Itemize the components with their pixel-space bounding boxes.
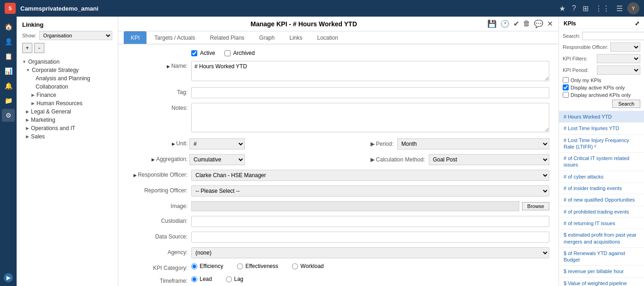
timeframe-lead: Lead [191, 276, 212, 282]
kpi-list-item[interactable]: # Lost Time Injuries YTD [559, 123, 644, 134]
grid-icon[interactable]: ⊞ [583, 4, 589, 13]
reporting-officer-select[interactable]: -- Please Select -- [191, 185, 549, 197]
show-select[interactable]: Organisation [39, 31, 112, 40]
tree-item-finance[interactable]: ▶ Finance [17, 91, 118, 99]
kpi-panel-expand-icon[interactable]: ⤢ [635, 20, 639, 27]
efficiency-radio[interactable] [191, 263, 197, 269]
user-avatar[interactable]: Y [627, 2, 639, 14]
tab-targets-actuals[interactable]: Targets / Actuals [147, 31, 202, 44]
timeframe-control: Lead Lag [191, 276, 549, 282]
unit-select[interactable]: # [189, 138, 245, 149]
kpi-panel-title: KPIs [564, 20, 576, 27]
add-button[interactable]: + [22, 43, 32, 53]
nav-chart-icon[interactable]: 📊 [2, 65, 15, 77]
tree-item-collaboration[interactable]: Collaboration [17, 83, 118, 91]
kpi-list-item[interactable]: $ revenue per billable hour [559, 266, 644, 277]
browse-button[interactable]: Browse [522, 202, 549, 210]
tree-item-legal-general[interactable]: ▶ Legal & General [17, 107, 118, 116]
only-my-kpis-checkbox[interactable] [563, 77, 569, 83]
nav-list-icon[interactable]: 📋 [2, 50, 15, 63]
workload-radio[interactable] [292, 263, 298, 269]
tree-item-analysis-planning[interactable]: Analysis and Planning [17, 74, 118, 83]
kpi-list-item[interactable]: # of Critical IT system related issues [559, 153, 644, 171]
custodian-input[interactable] [191, 216, 549, 227]
nav-bell-icon[interactable]: 🔔 [2, 79, 15, 92]
period-select[interactable]: Month [397, 138, 549, 149]
delete-icon[interactable]: 🗑 [523, 19, 530, 28]
kpi-list-item[interactable]: # of new qualified Opportunities [559, 194, 644, 206]
efficiency-label: Efficiency [200, 263, 223, 269]
history-icon[interactable]: 🕐 [500, 19, 510, 28]
left-nav: 🏠 👤 📋 📊 🔔 📁 ⚙ ▶ [0, 17, 17, 286]
kpi-period-select[interactable] [597, 66, 640, 75]
remove-button[interactable]: - [34, 43, 44, 53]
archived-checkbox[interactable] [225, 50, 231, 56]
kpi-search-button[interactable]: Search [612, 100, 640, 108]
tree-item-human-resources[interactable]: ▶ Human Resources [17, 99, 118, 107]
help-icon[interactable]: ? [572, 4, 576, 12]
linking-panel-title: Linking [17, 17, 118, 31]
tab-related-plans[interactable]: Related Plans [203, 31, 251, 44]
custodian-row: Custodian: [128, 216, 549, 227]
kpi-list-item[interactable]: $ estimated profit from past year merger… [559, 229, 644, 248]
kpi-list-item[interactable]: # of prohibited trading events [559, 206, 644, 218]
kpi-search-input[interactable] [582, 32, 644, 40]
kpi-list-item[interactable]: # Hours Worked YTD [559, 111, 644, 123]
approve-icon[interactable]: ✔ [513, 19, 519, 28]
notes-control [191, 103, 549, 134]
display-active-checkbox[interactable] [563, 84, 569, 90]
tab-location[interactable]: Location [310, 31, 345, 44]
nav-settings-icon[interactable]: ⚙ [2, 109, 15, 122]
kpi-list-item[interactable]: $ Value of weighted pipeline [559, 278, 644, 286]
close-icon[interactable]: ✕ [547, 19, 553, 28]
apps-icon[interactable]: ⋮⋮ [595, 4, 610, 13]
data-source-input[interactable] [191, 232, 549, 243]
toolbar-icons: 💾 🕐 ✔ 🗑 💬 ✕ [487, 19, 553, 28]
calc-method-select[interactable]: Goal Post [429, 154, 549, 165]
nav-home-icon[interactable]: 🏠 [2, 20, 15, 33]
kpi-category-efficiency: Efficiency [191, 263, 223, 269]
nav-user-icon[interactable]: 👤 [2, 35, 15, 48]
comment-icon[interactable]: 💬 [534, 19, 543, 28]
active-checkbox[interactable] [191, 50, 197, 56]
only-my-kpis-row: Only my KPIs [563, 77, 640, 83]
kpi-filters-select[interactable] [597, 54, 640, 63]
tree-item-organisation[interactable]: ▼ Organisation [17, 58, 118, 66]
agency-select[interactable]: (none) [191, 247, 549, 258]
lag-radio[interactable] [226, 276, 232, 282]
tab-links[interactable]: Links [282, 31, 309, 44]
name-input[interactable] [191, 61, 549, 81]
effectiveness-radio[interactable] [237, 263, 243, 269]
display-archived-checkbox[interactable] [563, 92, 569, 98]
kpi-list-item[interactable]: # of insider trading events [559, 183, 644, 194]
notes-input[interactable] [191, 103, 549, 132]
kpi-list-item[interactable]: $ of Renewals YTD against Budget [559, 248, 644, 266]
tag-input[interactable] [191, 87, 549, 98]
tree-item-operations-it[interactable]: ▶ Operations and IT [17, 124, 118, 132]
aggregation-select[interactable]: Cumulative [189, 154, 245, 165]
kpi-list-item[interactable]: # of cyber attacks [559, 171, 644, 183]
tree-item-sales[interactable]: ▶ Sales [17, 132, 118, 141]
responsible-officer-label: Responsible Officer: [128, 170, 188, 178]
responsible-officer-filter-select[interactable] [610, 42, 640, 52]
responsible-officer-select[interactable]: Clarke Chan - HSE Manager [191, 170, 549, 181]
period-label: ▶ Period: [371, 141, 395, 147]
main-toolbar: Manage KPI - # Hours Worked YTD 💾 🕐 ✔ 🗑 … [118, 17, 559, 31]
kpi-list-item[interactable]: # Lost Time Injury Frequency Rate (LTIFR… [559, 135, 644, 153]
agency-label: Agency: [128, 247, 188, 256]
star-icon[interactable]: ★ [559, 4, 565, 13]
save-icon[interactable]: 💾 [487, 19, 497, 28]
nav-folder-icon[interactable]: 📁 [2, 94, 15, 107]
tag-control [191, 87, 549, 98]
tree-item-corporate-strategy[interactable]: ▼ Corporate Strategy [17, 66, 118, 74]
tree-item-marketing[interactable]: ▶ Marketing [17, 116, 118, 124]
kpi-filters-label: KPI Filters: [563, 56, 595, 61]
kpi-list-item[interactable]: # of returning IT issues [559, 218, 644, 229]
tab-graph[interactable]: Graph [252, 31, 281, 44]
lead-radio[interactable] [191, 276, 197, 282]
tab-kpi[interactable]: KPI [124, 31, 146, 44]
form-area: Active Archived Name: Tag: [118, 44, 559, 286]
menu-icon[interactable]: ☰ [616, 4, 623, 13]
timeframe-lag: Lag [226, 276, 243, 282]
nav-collapse-arrow[interactable]: ▶ [4, 273, 13, 282]
